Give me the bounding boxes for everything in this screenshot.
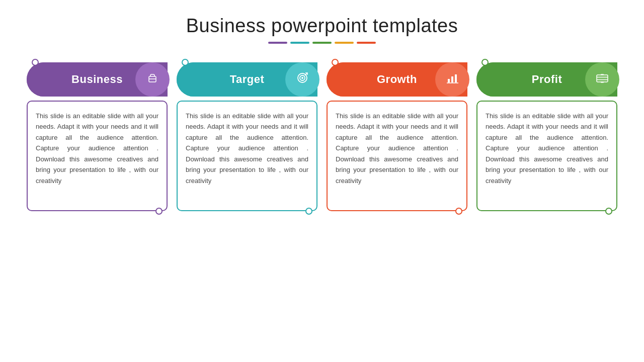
bottom-dot-growth <box>455 208 462 215</box>
card-target: Target This slide is an editable slide w… <box>177 59 317 215</box>
card-label-target: Target <box>230 73 265 86</box>
card-business: Business This slide is an editable slide… <box>27 59 168 215</box>
card-header-target: Target <box>177 62 317 97</box>
page: Business powerpoint templates Business T… <box>0 0 644 362</box>
card-profit: Profit This slide is an editable slide w… <box>476 59 617 215</box>
target-icon <box>294 70 310 89</box>
card-text-target: This slide is an editable slide with all… <box>186 111 308 186</box>
bottom-dot-target <box>305 208 312 215</box>
card-text-profit: This slide is an editable slide with all… <box>486 111 608 186</box>
top-dot-target <box>182 59 189 66</box>
top-dot-growth <box>332 59 339 66</box>
svg-rect-8 <box>455 74 457 82</box>
card-text-business: This slide is an editable slide with all… <box>36 111 158 186</box>
divider-segment <box>312 42 332 44</box>
svg-rect-6 <box>448 79 450 82</box>
svg-rect-16 <box>601 81 604 83</box>
divider-segment <box>268 42 287 44</box>
money-icon <box>594 70 610 89</box>
briefcase-icon <box>144 70 160 89</box>
page-title: Business powerpoint templates <box>186 15 458 37</box>
chart-icon <box>444 70 460 89</box>
card-header-business: Business <box>27 62 168 97</box>
top-dot-profit <box>481 59 489 66</box>
card-label-business: Business <box>71 73 123 86</box>
cards-container: Business This slide is an editable slide… <box>20 59 624 352</box>
card-text-growth: This slide is an editable slide with all… <box>336 111 458 186</box>
svg-rect-15 <box>601 74 604 75</box>
bottom-dot-business <box>155 208 163 215</box>
card-body-target: This slide is an editable slide with all… <box>177 101 317 211</box>
card-label-profit: Profit <box>532 73 562 86</box>
svg-rect-7 <box>451 76 453 82</box>
card-icon-area-profit <box>585 62 619 97</box>
card-header-profit: Profit <box>476 62 617 97</box>
divider <box>268 42 376 44</box>
card-icon-area-growth <box>435 62 469 97</box>
svg-point-4 <box>301 77 303 79</box>
top-dot-business <box>32 59 39 66</box>
svg-rect-10 <box>597 75 608 82</box>
divider-segment <box>357 42 376 44</box>
bottom-dot-profit <box>605 208 612 215</box>
divider-segment <box>335 42 354 44</box>
card-body-business: This slide is an editable slide with all… <box>27 101 168 211</box>
card-label-growth: Growth <box>377 73 417 86</box>
card-body-growth: This slide is an editable slide with all… <box>327 101 467 211</box>
card-icon-area-business <box>135 62 170 97</box>
card-icon-area-target <box>285 62 319 97</box>
card-growth: Growth This slide is an editable slide w… <box>327 59 467 215</box>
card-body-profit: This slide is an editable slide with all… <box>476 101 617 211</box>
card-header-growth: Growth <box>327 62 467 97</box>
divider-segment <box>290 42 309 44</box>
